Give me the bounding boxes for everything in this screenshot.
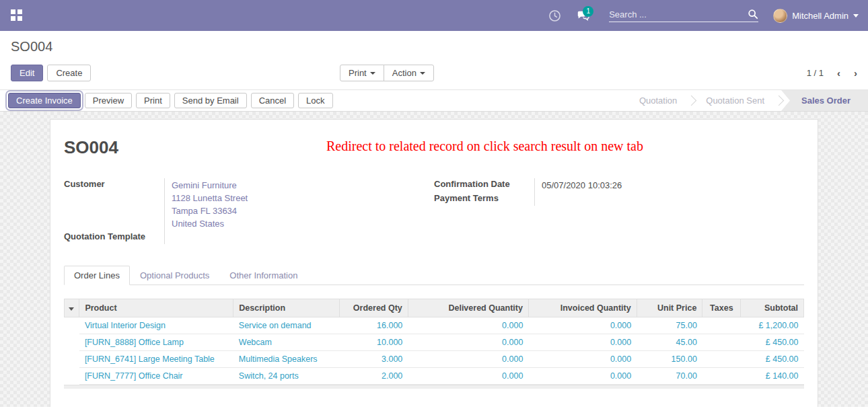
breadcrumb-record-name: SO004 [11,39,857,54]
cell-taxes[interactable] [702,351,741,368]
cell-description[interactable]: Webcam [233,334,340,351]
pager-previous-button[interactable]: ‹ [837,68,840,78]
action-menu-button[interactable]: Action [384,65,434,81]
customer-country: United States [172,217,434,230]
cell-invoiced-qty[interactable]: 0.000 [528,334,637,351]
statusbar: Create Invoice Preview Print Send by Ema… [0,89,868,112]
optional-columns-toggle[interactable] [65,299,79,317]
cell-ordered-qty[interactable]: 2.000 [340,368,408,385]
col-unit-price[interactable]: Unit Price [637,299,702,317]
customer-street: 1128 Lunetta Street [172,192,434,204]
table-row[interactable]: [FURN_7777] Office Chair Switch, 24 port… [65,368,804,385]
status-sales-order[interactable]: Sales Order [781,90,868,111]
cell-taxes[interactable] [702,334,741,351]
status-quotation-sent[interactable]: Quotation Sent [692,90,778,111]
quotation-template-label: Quotation Template [64,231,165,244]
top-navbar: 1 Mitchell Admin [0,0,868,31]
tab-other-information[interactable]: Other Information [219,266,308,285]
table-row[interactable]: [FURN_8888] Office Lamp Webcam 10.000 0.… [65,334,804,351]
cell-unit-price[interactable]: 70.00 [637,368,702,385]
cell-invoiced-qty[interactable]: 0.000 [528,351,637,368]
activity-clock-icon[interactable] [543,5,566,26]
cell-description[interactable]: Service on demand [233,317,340,334]
cell-delivered-qty[interactable]: 0.000 [408,351,528,368]
user-name: Mitchell Admin [792,11,848,21]
right-field-group: Confirmation Date 05/07/2020 10:03:26 Pa… [434,178,804,244]
left-field-group: Customer Gemini Furniture 1128 Lunetta S… [64,178,434,244]
cell-subtotal[interactable]: £ 1,200.00 [741,317,804,334]
col-description[interactable]: Description [233,299,340,317]
cell-invoiced-qty[interactable]: 0.000 [528,317,637,334]
create-button[interactable]: Create [47,65,91,81]
cell-delivered-qty[interactable]: 0.000 [408,368,528,385]
tab-order-lines[interactable]: Order Lines [64,266,130,285]
col-product[interactable]: Product [79,299,233,317]
cell-description[interactable]: Multimedia Speakers [233,351,340,368]
chevron-down-icon [853,14,859,17]
cell-product[interactable]: Virtual Interior Design [79,317,233,334]
form-view-background: SO004 Redirect to related record on clic… [0,112,868,407]
send-by-email-button[interactable]: Send by Email [174,93,247,108]
chevron-down-icon [69,307,74,311]
col-taxes[interactable]: Taxes [702,299,741,317]
cell-unit-price[interactable]: 75.00 [637,317,702,334]
cell-unit-price[interactable]: 150.00 [637,351,702,368]
table-row[interactable]: Virtual Interior Design Service on deman… [65,317,804,334]
customer-city: Tampa FL 33634 [172,204,434,217]
quotation-template-value[interactable] [165,231,434,244]
table-row[interactable]: [FURN_6741] Large Meeting Table Multimed… [65,351,804,368]
search-input[interactable] [609,9,748,20]
order-lines-table: Product Description Ordered Qty Delivere… [64,299,804,385]
user-avatar [773,9,787,23]
cell-delivered-qty[interactable]: 0.000 [408,334,528,351]
status-quotation[interactable]: Quotation [626,90,690,111]
cell-unit-price[interactable]: 45.00 [637,334,702,351]
edit-button[interactable]: Edit [11,65,43,81]
table-header-row: Product Description Ordered Qty Delivere… [65,299,804,317]
create-invoice-button[interactable]: Create Invoice [8,93,81,108]
cell-ordered-qty[interactable]: 16.000 [340,317,408,334]
cell-ordered-qty[interactable]: 3.000 [340,351,408,368]
lock-button[interactable]: Lock [298,93,332,108]
confirmation-date-label: Confirmation Date [434,178,535,192]
cell-product[interactable]: [FURN_7777] Office Chair [79,368,233,385]
cell-subtotal[interactable]: £ 140.00 [741,368,804,385]
notebook-tabs: Order Lines Optional Products Other Info… [64,266,804,285]
cell-subtotal[interactable]: £ 450.00 [741,334,804,351]
payment-terms-value[interactable] [535,192,804,206]
chevron-down-icon [370,72,375,75]
cancel-button[interactable]: Cancel [251,93,294,108]
cell-subtotal[interactable]: £ 450.00 [741,351,804,368]
apps-menu-icon[interactable] [11,9,23,22]
col-invoiced-qty[interactable]: Invoiced Quantity [528,299,637,317]
cell-invoiced-qty[interactable]: 0.000 [528,368,637,385]
preview-button[interactable]: Preview [85,93,132,108]
col-delivered-qty[interactable]: Delivered Quantity [408,299,528,317]
chevron-down-icon [420,72,425,75]
customer-name-link[interactable]: Gemini Furniture [172,179,434,192]
red-annotation-text: Redirect to related record on click sear… [326,139,643,154]
print-menu-button[interactable]: Print [340,65,384,81]
cell-taxes[interactable] [702,317,741,334]
pager-next-button[interactable]: › [854,68,857,78]
messages-icon[interactable]: 1 [571,5,594,26]
cell-delivered-qty[interactable]: 0.000 [408,317,528,334]
pager: 1 / 1 ‹ › [807,68,857,78]
cell-description[interactable]: Switch, 24 ports [233,368,340,385]
cell-taxes[interactable] [702,368,741,385]
user-menu[interactable]: Mitchell Admin [773,9,861,23]
pager-value: 1 / 1 [807,68,824,78]
cell-product[interactable]: [FURN_6741] Large Meeting Table [79,351,233,368]
print-button[interactable]: Print [136,93,170,108]
col-ordered-qty[interactable]: Ordered Qty [340,299,408,317]
print-action-group: Print Action [340,65,434,81]
cell-ordered-qty[interactable]: 10.000 [340,334,408,351]
customer-value[interactable]: Gemini Furniture 1128 Lunetta Street Tam… [165,178,434,231]
messages-count-badge: 1 [583,6,593,17]
sale-order-sheet: SO004 Redirect to related record on clic… [50,119,818,407]
tab-optional-products[interactable]: Optional Products [130,266,219,285]
col-subtotal[interactable]: Subtotal [741,299,804,317]
cell-product[interactable]: [FURN_8888] Office Lamp [79,334,233,351]
search-icon[interactable] [748,9,758,20]
table-footer-strip [64,385,804,389]
